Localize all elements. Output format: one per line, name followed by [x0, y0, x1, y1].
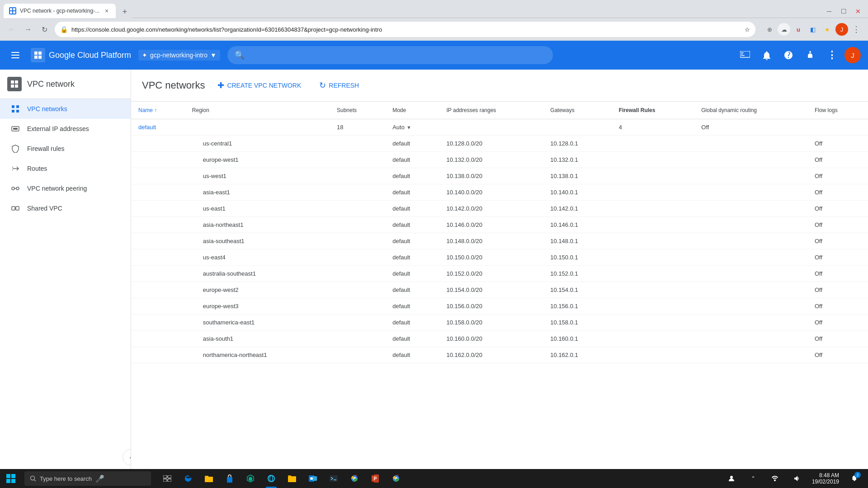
flow-logs-cell: Off	[807, 282, 868, 298]
taskbar-terminal[interactable]	[324, 469, 344, 488]
gateways-cell: 10.152.0.1	[543, 266, 611, 282]
vpc-name-cell[interactable]: default	[131, 119, 185, 136]
page-title: VPC networks	[142, 80, 205, 91]
taskbar-up-arrow[interactable]: ⌃	[743, 469, 763, 488]
forward-button[interactable]: →	[22, 23, 34, 36]
project-selector[interactable]: ✦ gcp-networking-intro ▼	[138, 50, 220, 61]
refresh-button[interactable]: ↻ REFRESH	[314, 77, 364, 94]
taskbar-chrome[interactable]	[344, 469, 364, 488]
taskbar-app5[interactable]	[241, 469, 260, 488]
taskbar-outlook[interactable]	[303, 469, 323, 488]
minimize-button[interactable]: ─	[823, 5, 835, 18]
svg-rect-11	[38, 56, 42, 59]
svg-rect-34	[11, 474, 15, 478]
table-row: default 18 Auto ▼ 4 Off	[131, 119, 868, 136]
flow-logs-cell: Off	[807, 249, 868, 266]
extensions-btn[interactable]: ⊕	[763, 23, 776, 36]
mode-cell: default	[385, 249, 439, 266]
close-button[interactable]: ✕	[852, 5, 864, 18]
hamburger-menu-button[interactable]	[7, 47, 24, 63]
sidebar-item-vpc-peering[interactable]: VPC network peering	[0, 178, 131, 198]
sidebar-item-external-ip[interactable]: External IP addresses	[0, 119, 131, 139]
header-search[interactable]: 🔍	[227, 46, 553, 64]
cloud-btn[interactable]: ☁	[778, 23, 790, 36]
table-row: southamerica-east1 default 10.158.0.0/20…	[131, 314, 868, 331]
ext1-btn[interactable]: ◧	[807, 23, 819, 36]
flow-logs-cell: Off	[807, 201, 868, 217]
ext2-btn[interactable]: ★	[821, 23, 834, 36]
gateways-cell: 10.140.0.1	[543, 184, 611, 201]
address-bar[interactable]: 🔒 https://console.cloud.google.com/netwo…	[54, 21, 756, 38]
taskbar-store[interactable]	[220, 469, 240, 488]
vpc-networks-icon	[11, 104, 20, 113]
browser-tab-active[interactable]: VPC network - gcp-networking-... × VPC n…	[4, 4, 116, 18]
more-options-btn[interactable]: ⋮	[823, 46, 841, 64]
svg-rect-53	[330, 475, 338, 482]
taskbar-search[interactable]: Type here to search 🎤	[24, 471, 151, 486]
taskbar-file-explorer[interactable]	[199, 469, 219, 488]
help-btn[interactable]	[779, 46, 797, 64]
sidebar-item-routes[interactable]: Routes	[0, 159, 131, 178]
sidebar-item-vpc-networks[interactable]: VPC networks	[0, 99, 131, 119]
taskbar-powerpoint[interactable]: P	[365, 469, 385, 488]
region-cell: europe-west2	[185, 282, 330, 298]
gcp-logo-text: Google Cloud Platform	[49, 51, 131, 60]
taskbar-network-icon[interactable]	[765, 469, 785, 488]
mode-cell[interactable]: Auto ▼	[385, 119, 439, 136]
global-routing-cell	[694, 233, 807, 249]
alert-btn[interactable]	[801, 46, 819, 64]
user-avatar[interactable]: J	[844, 47, 861, 63]
subnets-cell	[330, 152, 385, 168]
taskbar-ie[interactable]	[261, 469, 281, 488]
maximize-button[interactable]: ☐	[837, 5, 850, 18]
browser-avatar[interactable]: J	[835, 23, 848, 36]
flow-logs-cell: Off	[807, 298, 868, 314]
taskbar-edge[interactable]	[178, 469, 198, 488]
region-cell: us-west1	[185, 168, 330, 184]
taskbar-folder[interactable]	[282, 469, 302, 488]
flow-logs-cell: Off	[807, 168, 868, 184]
firewall-rules-cell	[612, 233, 694, 249]
table-row: us-east1 default 10.142.0.0/20 10.142.0.…	[131, 201, 868, 217]
cloud-shell-btn[interactable]	[736, 46, 754, 64]
start-button[interactable]	[0, 469, 22, 488]
taskbar-apps: P	[154, 469, 721, 488]
ip-ranges-cell: 10.150.0.0/20	[439, 249, 543, 266]
back-button[interactable]: ←	[5, 23, 18, 36]
new-tab-button[interactable]: +	[118, 5, 132, 18]
routes-icon	[11, 164, 20, 173]
main-content: VPC networks ✚ CREATE VPC NETWORK ↻ REFR…	[131, 70, 868, 488]
firewall-rules-cell: 4	[612, 119, 694, 136]
microphone-icon[interactable]: 🎤	[95, 474, 104, 483]
reload-button[interactable]: ↻	[38, 23, 51, 36]
ip-ranges-cell: 10.162.0.0/20	[439, 347, 543, 363]
create-vpc-network-button[interactable]: ✚ CREATE VPC NETWORK	[212, 77, 307, 94]
current-time: 8:48 AM	[812, 472, 839, 479]
ublock-btn[interactable]: u	[792, 23, 805, 36]
taskbar-task-view[interactable]	[157, 469, 177, 488]
sidebar-item-firewall-rules[interactable]: Firewall rules	[0, 139, 131, 159]
sidebar-item-shared-vpc[interactable]: Shared VPC	[0, 198, 131, 218]
refresh-label: REFRESH	[329, 82, 359, 89]
menu-btn[interactable]: ⋮	[850, 23, 863, 36]
svg-rect-0	[10, 8, 12, 10]
taskbar-notifications[interactable]: 2	[844, 469, 864, 488]
svg-rect-10	[34, 56, 38, 59]
taskbar-clock[interactable]: 8:48 AM 19/02/2019	[808, 472, 843, 485]
notifications-btn[interactable]	[758, 46, 776, 64]
star-icon[interactable]: ☆	[745, 26, 750, 33]
tab-close-button[interactable]: ×	[103, 7, 110, 14]
svg-rect-7	[31, 48, 45, 62]
sidebar-collapse-btn[interactable]: ‹	[123, 449, 131, 465]
region-cell	[185, 119, 330, 136]
mode-cell: default	[385, 314, 439, 331]
taskbar-chrome2[interactable]	[386, 469, 406, 488]
svg-rect-51	[312, 476, 317, 481]
sidebar-label-external-ip: External IP addresses	[27, 125, 89, 132]
taskbar-volume-icon[interactable]	[787, 469, 807, 488]
search-box[interactable]: 🔍	[227, 46, 553, 64]
taskbar-people-icon[interactable]	[722, 469, 741, 488]
region-cell: us-east1	[185, 201, 330, 217]
col-name[interactable]: Name ↑	[131, 102, 185, 119]
subnets-cell	[330, 217, 385, 233]
